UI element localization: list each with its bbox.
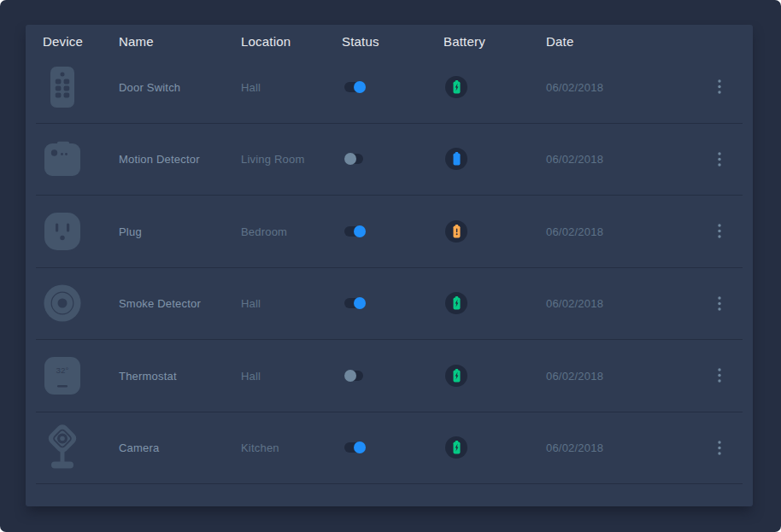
status-toggle[interactable] (344, 441, 367, 453)
row-menu-button[interactable] (713, 79, 726, 96)
column-header-location: Location (241, 33, 291, 48)
kebab-menu-icon (718, 224, 721, 238)
battery-icon (453, 296, 461, 310)
battery-indicator (445, 220, 467, 243)
battery-indicator (445, 76, 467, 98)
battery-icon (453, 441, 461, 454)
device-date: 06/02/2018 (546, 441, 603, 454)
device-name: Plug (119, 225, 142, 237)
column-header-date: Date (546, 33, 574, 48)
smoke-detector-icon (44, 283, 81, 324)
remote-icon (44, 67, 81, 108)
app-window: DeviceNameLocationStatusBatteryDate Door… (0, 0, 781, 532)
plug-icon (44, 213, 81, 250)
thermostat-icon: 32° (44, 357, 81, 395)
device-row: Plug Bedroom 06/02/2018 (36, 196, 743, 268)
battery-icon (453, 225, 461, 238)
battery-indicator (445, 292, 467, 314)
toggle-knob (354, 297, 366, 309)
toggle-knob (354, 441, 366, 453)
device-row: Smoke Detector Hall 06/02/2018 (36, 268, 743, 341)
camera-icon (44, 423, 81, 473)
status-toggle[interactable] (344, 297, 367, 309)
device-name: Thermostat (119, 369, 177, 382)
battery-indicator (445, 148, 467, 170)
device-name: Smoke Detector (119, 297, 201, 310)
kebab-menu-icon (718, 152, 721, 167)
column-header-status: Status (342, 33, 379, 48)
battery-icon (453, 152, 461, 166)
device-location: Living Room (241, 153, 304, 166)
status-toggle[interactable] (344, 153, 367, 165)
device-location: Hall (241, 80, 261, 93)
column-header-name: Name (119, 33, 154, 48)
device-date: 06/02/2018 (546, 225, 603, 237)
device-date: 06/02/2018 (546, 297, 603, 310)
row-menu-button[interactable] (713, 367, 726, 384)
devices-table: DeviceNameLocationStatusBatteryDate Door… (26, 25, 753, 506)
kebab-menu-icon (718, 79, 721, 94)
device-row: 32° Thermostat Hall 06/02/2018 (36, 340, 743, 412)
device-name: Camera (119, 441, 159, 454)
status-toggle[interactable] (344, 81, 367, 93)
device-location: Hall (241, 369, 261, 382)
device-location: Bedroom (241, 225, 287, 237)
device-row: Motion Detector Living Room 06/02/2018 (36, 124, 743, 196)
motion-detector-icon (44, 142, 81, 177)
device-location: Hall (241, 297, 261, 310)
battery-icon (453, 80, 461, 94)
device-date: 06/02/2018 (546, 369, 603, 382)
device-row: Camera Kitchen 06/02/2018 (36, 412, 743, 485)
toggle-knob (354, 81, 366, 93)
device-location: Kitchen (241, 441, 279, 454)
battery-indicator (445, 436, 467, 459)
row-menu-button[interactable] (713, 295, 726, 312)
status-toggle[interactable] (344, 370, 367, 382)
row-menu-button[interactable] (713, 439, 726, 456)
row-menu-button[interactable] (713, 223, 726, 240)
device-row: Door Switch Hall 06/02/2018 (36, 51, 743, 124)
column-header-battery: Battery (443, 33, 485, 48)
svg-text:32°: 32° (56, 365, 69, 375)
toggle-knob (344, 370, 356, 382)
table-body: Door Switch Hall 06/02/2018 Motion Detec… (36, 51, 743, 484)
row-menu-button[interactable] (713, 150, 726, 167)
kebab-menu-icon (718, 368, 721, 383)
toggle-knob (354, 225, 366, 237)
toggle-knob (344, 153, 356, 165)
battery-indicator (445, 365, 467, 387)
column-header-device: Device (43, 33, 83, 48)
device-date: 06/02/2018 (546, 80, 603, 93)
status-toggle[interactable] (344, 225, 367, 237)
device-name: Motion Detector (119, 153, 200, 166)
kebab-menu-icon (718, 296, 721, 311)
kebab-menu-icon (718, 441, 721, 455)
device-date: 06/02/2018 (546, 153, 603, 166)
device-name: Door Switch (119, 80, 180, 93)
battery-icon (453, 369, 461, 383)
